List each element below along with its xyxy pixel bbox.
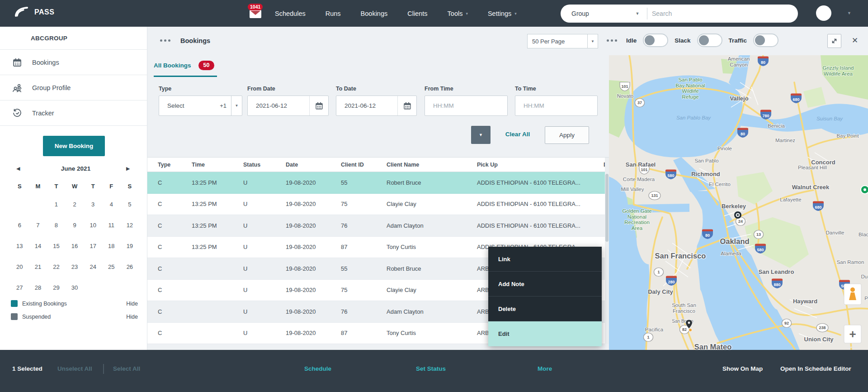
select-all-link[interactable]: Select All [113, 365, 140, 372]
calendar-day[interactable]: 24 [84, 256, 102, 277]
avatar-chevron-icon[interactable]: ▼ [847, 11, 851, 15]
table-row[interactable]: C13:25 PMU19-08-202055Robert BruceADDIS … [147, 172, 609, 194]
calendar-day[interactable]: 4 [102, 194, 121, 215]
calendar-day[interactable]: 29 [47, 277, 66, 298]
calendar-day[interactable]: 25 [102, 256, 121, 277]
nav-item-bookings[interactable]: Bookings [361, 10, 388, 17]
set-status-link[interactable]: Set Status [416, 365, 446, 372]
toggle-traffic[interactable] [753, 33, 778, 47]
calendar-day[interactable]: 19 [121, 235, 139, 256]
to-date-filter[interactable]: 2021-06-12 [336, 96, 417, 116]
filter-collapse-button[interactable]: ▼ [471, 126, 491, 144]
calendar-day[interactable]: 7 [29, 215, 47, 235]
tab-all-bookings[interactable]: All Bookings 50 [154, 61, 214, 70]
sidebar-item-bookings[interactable]: Bookings [0, 50, 147, 75]
green-marker[interactable] [861, 186, 868, 194]
map-options-icon[interactable] [607, 39, 617, 42]
to-time-input[interactable] [515, 102, 597, 110]
context-menu-item-edit[interactable]: Edit [488, 321, 602, 346]
map-label: Hayward [793, 298, 817, 305]
chevron-down-icon[interactable]: ▼ [588, 34, 598, 48]
calendar-day[interactable]: 20 [10, 256, 29, 277]
new-booking-button[interactable]: New Booking [43, 136, 105, 156]
table-scrollbar[interactable] [605, 158, 609, 344]
sidebar-item-tracker[interactable]: Tracker [0, 100, 147, 126]
svg-text:82: 82 [682, 327, 687, 332]
map[interactable]: 8068078080580680805802808805801011013713… [609, 55, 868, 350]
svg-text:37: 37 [637, 100, 642, 105]
calendar-next-icon[interactable]: ▶ [126, 166, 135, 172]
context-menu-item-add-note[interactable]: Add Note [488, 272, 602, 296]
from-time-input[interactable] [425, 102, 507, 110]
map-label: Oakland [720, 237, 749, 245]
show-on-map-link[interactable]: Show On Map [722, 365, 763, 372]
calendar-day[interactable]: 1 [47, 194, 66, 215]
calendar-day[interactable]: 10 [84, 215, 102, 235]
calendar-day[interactable]: 12 [121, 215, 139, 235]
calendar-day[interactable]: 23 [66, 256, 84, 277]
calendar-day[interactable]: 17 [84, 235, 102, 256]
calendar-day[interactable]: 27 [10, 277, 29, 298]
per-page-select[interactable]: 50 Per Page ▼ [527, 34, 598, 48]
close-icon[interactable]: ✕ [849, 36, 860, 45]
route-shield-238: 238 [816, 324, 828, 332]
nav-item-label: Schedules [275, 10, 306, 17]
calendar-icon[interactable] [397, 96, 416, 115]
nav-item-runs[interactable]: Runs [326, 10, 341, 17]
calendar-day[interactable]: 15 [47, 235, 66, 256]
chevron-down-icon[interactable]: ▼ [631, 11, 644, 16]
table-row[interactable]: C13:25 PMU19-08-202076Adam ClaytonADDIS … [147, 215, 609, 237]
sidebar-item-group-profile[interactable]: Group Profile [0, 75, 147, 100]
unselect-all-link[interactable]: Unselect All [57, 365, 92, 372]
calendar-day[interactable]: 11 [102, 215, 121, 235]
scrollbar-thumb[interactable] [605, 174, 609, 242]
context-menu-item-delete[interactable]: Delete [488, 296, 602, 321]
open-in-schedule-editor-link[interactable]: Open In Schedule Editor [780, 365, 851, 372]
nav-item-schedules[interactable]: Schedules [275, 10, 306, 17]
nav-item-settings[interactable]: Settings▾ [488, 10, 517, 17]
toggle-idle[interactable] [643, 33, 668, 47]
calendar-day[interactable]: 3 [84, 194, 102, 215]
nav-item-clients[interactable]: Clients [407, 10, 427, 17]
expand-button[interactable] [827, 34, 841, 48]
panel-menu-icon[interactable] [160, 39, 170, 42]
notifications-button[interactable]: 1041 [250, 8, 262, 18]
calendar-day[interactable]: 21 [29, 256, 47, 277]
avatar[interactable] [816, 5, 831, 21]
calendar-day[interactable]: 16 [66, 235, 84, 256]
calendar-day[interactable]: 22 [47, 256, 66, 277]
calendar-day[interactable]: 30 [66, 277, 84, 298]
calendar-day[interactable]: 18 [102, 235, 121, 256]
legend-hide-link[interactable]: Hide [126, 314, 138, 320]
clear-all-link[interactable]: Clear All [491, 131, 545, 138]
search-scope-select[interactable]: Group [561, 10, 631, 17]
calendar-day[interactable]: 8 [47, 215, 66, 235]
calendar-day[interactable]: 6 [10, 215, 29, 235]
calendar-day[interactable]: 9 [66, 215, 84, 235]
context-menu-item-link[interactable]: Link [488, 247, 602, 272]
calendar-day[interactable]: 2 [66, 194, 84, 215]
table-row[interactable]: C13:25 PMU19-08-202075Clayie ClayADDIS E… [147, 194, 609, 215]
legend-hide-link[interactable]: Hide [126, 301, 138, 307]
to-time-filter[interactable] [515, 96, 598, 116]
calendar-icon[interactable] [309, 96, 328, 115]
calendar-day[interactable]: 13 [10, 235, 29, 256]
calendar-day[interactable]: 5 [121, 194, 139, 215]
calendar-day[interactable]: 26 [121, 256, 139, 277]
search-input[interactable] [651, 10, 790, 18]
pegman-control[interactable] [844, 284, 861, 305]
calendar-day[interactable]: 14 [29, 235, 47, 256]
type-filter-select[interactable]: Select +1 ▼ [159, 96, 242, 116]
toggle-slack[interactable] [697, 33, 722, 47]
calendar-prev-icon[interactable]: ◀ [16, 166, 25, 172]
nav-item-tools[interactable]: Tools▾ [448, 10, 468, 17]
more-link[interactable]: More [538, 365, 552, 372]
from-time-filter[interactable] [425, 96, 508, 116]
schedule-link[interactable]: Schedule [304, 365, 331, 372]
apply-button[interactable]: Apply [545, 126, 589, 144]
from-date-filter[interactable]: 2021-06-12 [247, 96, 329, 116]
chevron-down-icon[interactable]: ▼ [231, 96, 242, 115]
position-marker[interactable] [734, 211, 741, 219]
calendar-day[interactable]: 28 [29, 277, 47, 298]
brand[interactable]: PASS [14, 6, 54, 18]
